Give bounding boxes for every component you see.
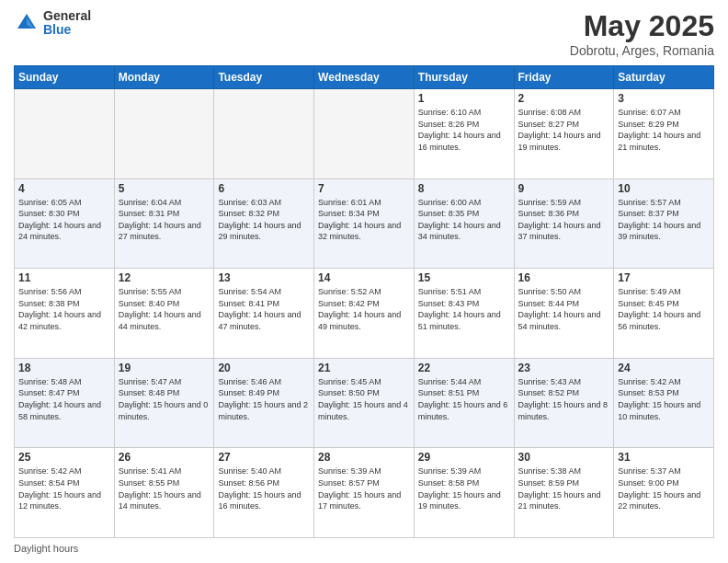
day-info: Sunrise: 5:42 AMSunset: 8:54 PMDaylight:… (18, 465, 110, 511)
day-number: 16 (518, 271, 610, 284)
calendar-cell: 19Sunrise: 5:47 AMSunset: 8:48 PMDayligh… (114, 358, 214, 448)
day-info: Sunrise: 6:04 AMSunset: 8:31 PMDaylight:… (119, 197, 210, 243)
day-info: Sunrise: 5:41 AMSunset: 8:55 PMDaylight:… (119, 465, 210, 511)
weekday-saturday: Saturday (614, 66, 714, 89)
day-number: 31 (618, 451, 710, 464)
calendar-cell (314, 89, 415, 179)
calendar-cell (114, 89, 214, 179)
logo-general: General (43, 9, 91, 23)
calendar-cell: 11Sunrise: 5:56 AMSunset: 8:38 PMDayligh… (15, 269, 115, 359)
day-number: 5 (119, 182, 210, 195)
day-info: Sunrise: 6:03 AMSunset: 8:32 PMDaylight:… (218, 197, 310, 243)
day-number: 23 (518, 362, 610, 374)
day-info: Sunrise: 5:55 AMSunset: 8:40 PMDaylight:… (119, 286, 210, 332)
day-info: Sunrise: 5:42 AMSunset: 8:53 PMDaylight:… (618, 376, 710, 422)
calendar-cell: 24Sunrise: 5:42 AMSunset: 8:53 PMDayligh… (614, 358, 714, 448)
logo-blue-text: Blue (43, 23, 91, 37)
calendar-cell: 4Sunrise: 6:05 AMSunset: 8:30 PMDaylight… (15, 178, 115, 269)
week-row-4: 18Sunrise: 5:48 AMSunset: 8:47 PMDayligh… (15, 358, 714, 448)
calendar-cell: 8Sunrise: 6:00 AMSunset: 8:35 PMDaylight… (414, 178, 514, 269)
day-number: 13 (218, 271, 310, 284)
calendar-cell: 18Sunrise: 5:48 AMSunset: 8:47 PMDayligh… (15, 358, 115, 448)
calendar-cell: 29Sunrise: 5:39 AMSunset: 8:58 PMDayligh… (414, 448, 514, 538)
day-number: 1 (418, 92, 510, 105)
day-info: Sunrise: 6:07 AMSunset: 8:29 PMDaylight:… (618, 107, 710, 153)
day-info: Sunrise: 6:08 AMSunset: 8:27 PMDaylight:… (518, 107, 610, 153)
day-number: 25 (18, 451, 110, 464)
day-number: 2 (518, 92, 610, 105)
day-info: Sunrise: 5:44 AMSunset: 8:51 PMDaylight:… (418, 376, 510, 422)
weekday-wednesday: Wednesday (314, 66, 415, 89)
day-info: Sunrise: 6:01 AMSunset: 8:34 PMDaylight:… (318, 197, 410, 243)
title-area: May 2025 Dobrotu, Arges, Romania (570, 9, 714, 58)
day-number: 9 (518, 182, 610, 195)
day-info: Sunrise: 5:37 AMSunset: 9:00 PMDaylight:… (618, 465, 710, 511)
calendar-cell: 7Sunrise: 6:01 AMSunset: 8:34 PMDaylight… (314, 178, 415, 269)
day-info: Sunrise: 5:43 AMSunset: 8:52 PMDaylight:… (518, 376, 610, 422)
day-info: Sunrise: 6:10 AMSunset: 8:26 PMDaylight:… (418, 107, 510, 153)
day-number: 24 (618, 362, 710, 374)
location-subtitle: Dobrotu, Arges, Romania (570, 43, 714, 58)
day-number: 19 (119, 362, 210, 374)
day-number: 6 (218, 182, 310, 195)
day-info: Sunrise: 5:39 AMSunset: 8:57 PMDaylight:… (318, 465, 410, 511)
day-number: 21 (318, 362, 410, 374)
day-info: Sunrise: 5:59 AMSunset: 8:36 PMDaylight:… (518, 197, 610, 243)
month-title: May 2025 (570, 9, 714, 43)
day-info: Sunrise: 5:46 AMSunset: 8:49 PMDaylight:… (218, 376, 310, 422)
calendar-cell: 26Sunrise: 5:41 AMSunset: 8:55 PMDayligh… (114, 448, 214, 538)
logo: General Blue (14, 9, 91, 38)
calendar-cell: 6Sunrise: 6:03 AMSunset: 8:32 PMDaylight… (214, 178, 314, 269)
day-number: 8 (418, 182, 510, 195)
day-info: Sunrise: 5:52 AMSunset: 8:42 PMDaylight:… (318, 286, 410, 332)
calendar-cell: 14Sunrise: 5:52 AMSunset: 8:42 PMDayligh… (314, 269, 415, 359)
weekday-thursday: Thursday (414, 66, 514, 89)
calendar-cell: 31Sunrise: 5:37 AMSunset: 9:00 PMDayligh… (614, 448, 714, 538)
day-number: 17 (618, 271, 710, 284)
day-number: 3 (618, 92, 710, 105)
calendar-cell: 28Sunrise: 5:39 AMSunset: 8:57 PMDayligh… (314, 448, 415, 538)
day-info: Sunrise: 6:00 AMSunset: 8:35 PMDaylight:… (418, 197, 510, 243)
day-info: Sunrise: 5:49 AMSunset: 8:45 PMDaylight:… (618, 286, 710, 332)
week-row-2: 4Sunrise: 6:05 AMSunset: 8:30 PMDaylight… (15, 178, 714, 269)
weekday-tuesday: Tuesday (214, 66, 314, 89)
day-info: Sunrise: 5:54 AMSunset: 8:41 PMDaylight:… (218, 286, 310, 332)
day-number: 27 (218, 451, 310, 464)
day-number: 30 (518, 451, 610, 464)
day-info: Sunrise: 5:50 AMSunset: 8:44 PMDaylight:… (518, 286, 610, 332)
header: General Blue May 2025 Dobrotu, Arges, Ro… (14, 9, 714, 58)
day-number: 20 (218, 362, 310, 374)
day-number: 7 (318, 182, 410, 195)
footer: Daylight hours (14, 543, 714, 554)
calendar-cell: 10Sunrise: 5:57 AMSunset: 8:37 PMDayligh… (614, 178, 714, 269)
weekday-monday: Monday (114, 66, 214, 89)
day-number: 22 (418, 362, 510, 374)
week-row-1: 1Sunrise: 6:10 AMSunset: 8:26 PMDaylight… (15, 89, 714, 179)
calendar-cell: 25Sunrise: 5:42 AMSunset: 8:54 PMDayligh… (15, 448, 115, 538)
calendar-cell: 16Sunrise: 5:50 AMSunset: 8:44 PMDayligh… (514, 269, 614, 359)
day-number: 29 (418, 451, 510, 464)
day-info: Sunrise: 5:47 AMSunset: 8:48 PMDaylight:… (119, 376, 210, 422)
day-info: Sunrise: 5:48 AMSunset: 8:47 PMDaylight:… (18, 376, 110, 422)
calendar-cell (15, 89, 115, 179)
day-info: Sunrise: 5:45 AMSunset: 8:50 PMDaylight:… (318, 376, 410, 422)
day-number: 4 (18, 182, 110, 195)
weekday-header-row: SundayMondayTuesdayWednesdayThursdayFrid… (15, 66, 714, 89)
daylight-label: Daylight hours (14, 543, 78, 554)
day-info: Sunrise: 5:56 AMSunset: 8:38 PMDaylight:… (18, 286, 110, 332)
day-info: Sunrise: 5:51 AMSunset: 8:43 PMDaylight:… (418, 286, 510, 332)
day-info: Sunrise: 5:40 AMSunset: 8:56 PMDaylight:… (218, 465, 310, 511)
logo-text: General Blue (43, 9, 91, 38)
day-number: 15 (418, 271, 510, 284)
day-info: Sunrise: 6:05 AMSunset: 8:30 PMDaylight:… (18, 197, 110, 243)
day-number: 10 (618, 182, 710, 195)
calendar-cell: 30Sunrise: 5:38 AMSunset: 8:59 PMDayligh… (514, 448, 614, 538)
page: General Blue May 2025 Dobrotu, Arges, Ro… (0, 0, 728, 563)
week-row-3: 11Sunrise: 5:56 AMSunset: 8:38 PMDayligh… (15, 269, 714, 359)
calendar-cell: 23Sunrise: 5:43 AMSunset: 8:52 PMDayligh… (514, 358, 614, 448)
calendar-cell: 2Sunrise: 6:08 AMSunset: 8:27 PMDaylight… (514, 89, 614, 179)
calendar-cell: 1Sunrise: 6:10 AMSunset: 8:26 PMDaylight… (414, 89, 514, 179)
calendar-table: SundayMondayTuesdayWednesdayThursdayFrid… (14, 65, 714, 538)
calendar-cell: 27Sunrise: 5:40 AMSunset: 8:56 PMDayligh… (214, 448, 314, 538)
calendar-cell: 13Sunrise: 5:54 AMSunset: 8:41 PMDayligh… (214, 269, 314, 359)
